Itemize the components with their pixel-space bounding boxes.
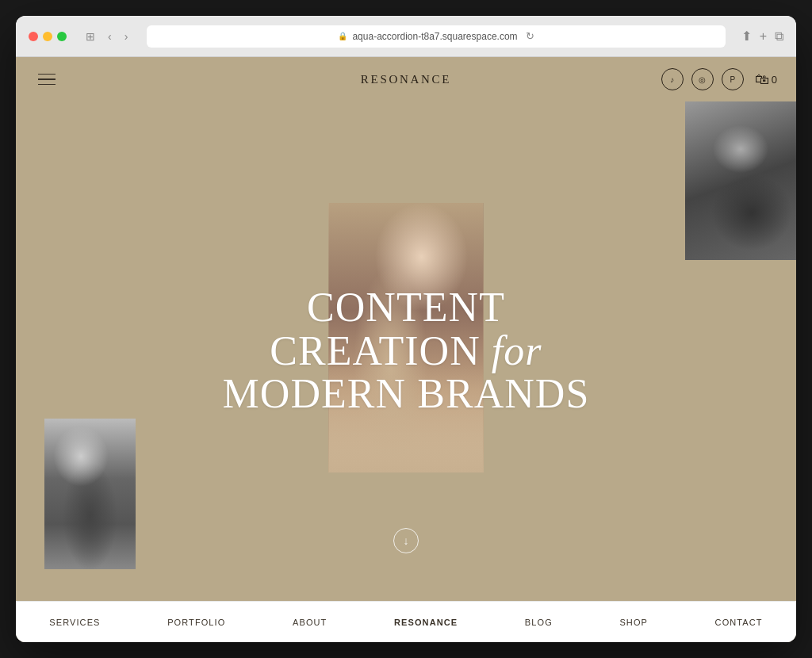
svg-rect-9 xyxy=(377,322,448,472)
top-right-image xyxy=(685,101,796,260)
svg-rect-16 xyxy=(60,498,120,569)
svg-point-14 xyxy=(71,434,105,479)
scroll-down-icon: ↓ xyxy=(404,534,409,547)
hamburger-line-1 xyxy=(38,74,56,75)
svg-rect-3 xyxy=(717,197,733,244)
svg-rect-0 xyxy=(685,101,796,260)
nav-item-services[interactable]: SERVICES xyxy=(49,618,100,627)
tiktok-icon: ♪ xyxy=(670,75,674,84)
hamburger-menu-button[interactable] xyxy=(35,71,59,89)
minimize-button[interactable] xyxy=(43,32,52,41)
svg-point-15 xyxy=(68,432,108,461)
svg-point-10 xyxy=(373,314,452,409)
site-logo[interactable]: RESONANCE xyxy=(361,73,451,86)
cart-icon: 🛍 xyxy=(755,71,769,88)
site-header: RESONANCE ♪ ◎ P 🛍 0 xyxy=(16,57,796,101)
forward-button[interactable]: › xyxy=(121,29,132,44)
hamburger-line-3 xyxy=(38,84,56,86)
lock-icon: 🔒 xyxy=(338,32,347,40)
nav-item-resonance[interactable]: RESONANCE xyxy=(394,618,458,627)
tiktok-social-button[interactable]: ♪ xyxy=(661,68,684,90)
traffic-lights xyxy=(29,32,67,41)
cart-count: 0 xyxy=(772,74,777,86)
nav-item-portfolio[interactable]: PORTFOLIO xyxy=(167,618,225,627)
address-bar[interactable]: 🔒 aqua-accordion-t8a7.squarespace.com ↻ xyxy=(147,25,725,48)
browser-controls: ⊞ ‹ › xyxy=(82,29,131,44)
nav-item-blog[interactable]: BLOG xyxy=(525,618,553,627)
url-text: aqua-accordion-t8a7.squarespace.com xyxy=(352,31,517,42)
top-right-photo xyxy=(685,101,796,260)
site-footer-nav: SERVICES PORTFOLIO ABOUT RESONANCE BLOG … xyxy=(16,601,796,642)
nav-item-about[interactable]: ABOUT xyxy=(293,618,327,627)
browser-actions: ⬆ + ⧉ xyxy=(741,29,783,44)
duplicate-button[interactable]: ⧉ xyxy=(775,29,783,44)
instagram-social-button[interactable]: ◎ xyxy=(691,68,714,90)
svg-rect-4 xyxy=(741,205,753,244)
tab-switcher-button[interactable]: ⊞ xyxy=(82,29,98,44)
pinterest-icon: P xyxy=(730,75,735,84)
new-tab-button[interactable]: + xyxy=(760,29,767,44)
center-image xyxy=(329,203,484,472)
svg-point-5 xyxy=(713,145,745,185)
svg-rect-6 xyxy=(329,203,484,472)
header-right: ♪ ◎ P 🛍 0 xyxy=(661,68,777,90)
svg-point-13 xyxy=(66,430,113,486)
hamburger-line-2 xyxy=(38,78,56,80)
close-button[interactable] xyxy=(29,32,38,41)
svg-point-11 xyxy=(382,223,427,278)
instagram-icon: ◎ xyxy=(699,75,706,84)
svg-point-17 xyxy=(59,490,120,522)
maximize-button[interactable] xyxy=(57,32,67,41)
refresh-icon[interactable]: ↻ xyxy=(526,30,534,42)
website: RESONANCE ♪ ◎ P 🛍 0 xyxy=(16,57,796,642)
svg-point-1 xyxy=(705,117,776,181)
pinterest-social-button[interactable]: P xyxy=(722,68,744,90)
browser-chrome: ⊞ ‹ › 🔒 aqua-accordion-t8a7.squarespace.… xyxy=(16,16,796,57)
svg-point-2 xyxy=(721,165,776,244)
nav-item-shop[interactable]: SHOP xyxy=(619,618,648,627)
cart-button[interactable]: 🛍 0 xyxy=(755,71,777,88)
nav-item-contact[interactable]: CONTACT xyxy=(715,618,763,627)
back-button[interactable]: ‹ xyxy=(105,29,115,44)
svg-point-8 xyxy=(381,229,436,296)
svg-point-7 xyxy=(385,227,448,306)
scroll-down-button[interactable]: ↓ xyxy=(393,528,419,553)
center-photo xyxy=(329,203,484,472)
bottom-left-photo xyxy=(44,419,136,569)
site-main: CONTENT CREATION for MODERN BRANDS ↓ xyxy=(16,101,796,601)
browser-window: ⊞ ‹ › 🔒 aqua-accordion-t8a7.squarespace.… xyxy=(16,16,796,642)
share-button[interactable]: ⬆ xyxy=(741,29,752,44)
bottom-left-image xyxy=(44,419,136,569)
svg-rect-12 xyxy=(44,419,136,569)
